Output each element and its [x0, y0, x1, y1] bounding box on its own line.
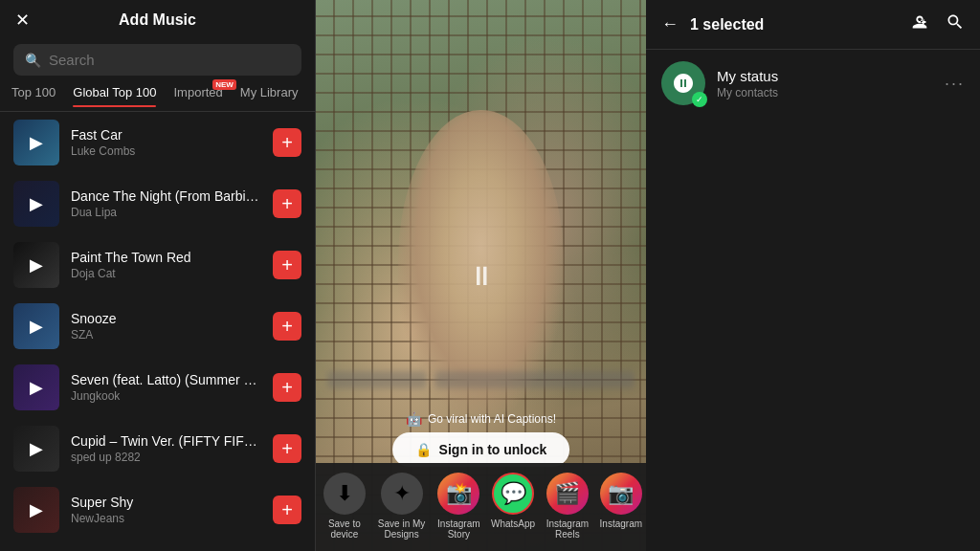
play-icon: ▶: [30, 377, 43, 398]
search-input[interactable]: [49, 52, 290, 68]
song-item-dance-night[interactable]: ▶ Dance The Night (From Barbie The A... …: [0, 173, 315, 234]
share-label-whatsapp: WhatsApp: [491, 518, 535, 529]
blurred-block-2: [434, 371, 635, 388]
header-actions: [909, 11, 965, 37]
ai-caption-text: Go viral with AI Captions!: [428, 412, 556, 426]
share-label-instagram-story: Instagram Story: [434, 518, 483, 540]
share-icon-whatsapp: 💬: [492, 473, 534, 515]
share-bar: ⬇Save to device✦Save in My Designs📸Insta…: [316, 463, 646, 551]
sign-in-label: Sign in to unlock: [439, 442, 547, 457]
song-thumb-paint-town: ▶: [13, 242, 59, 288]
add-song-button-cupid[interactable]: +: [273, 434, 301, 463]
avatar-check: ✓: [692, 92, 707, 107]
song-title: Fast Car: [71, 127, 261, 143]
my-status-item[interactable]: ✓ My status My contacts ···: [646, 50, 980, 117]
song-artist: sped up 8282: [71, 451, 261, 464]
add-song-button-seven[interactable]: +: [273, 373, 301, 402]
song-item-paint-town[interactable]: ▶ Paint The Town Red Doja Cat +: [0, 234, 315, 296]
song-thumb-cupid: ▶: [13, 426, 59, 472]
search-icon: 🔍: [25, 53, 41, 68]
lock-icon: 🔒: [415, 442, 432, 457]
song-info-fast-car: Fast Car Luke Combs: [71, 127, 261, 158]
share-item-instagram-reels[interactable]: 🎬Instagram Reels: [543, 473, 592, 540]
tab-global[interactable]: Global Top 100: [73, 85, 156, 103]
sign-in-button[interactable]: 🔒 Sign in to unlock: [392, 432, 570, 467]
share-label-save-device: Save to device: [320, 518, 369, 540]
play-icon: ▶: [30, 254, 43, 276]
song-artist: SZA: [71, 328, 261, 342]
pause-icon[interactable]: ⏸: [468, 260, 495, 292]
add-song-button-super-shy[interactable]: +: [273, 496, 301, 524]
share-item-whatsapp[interactable]: 💬WhatsApp: [491, 473, 535, 529]
tab-top100[interactable]: Top 100: [11, 85, 56, 103]
song-title: Super Shy: [71, 495, 261, 510]
share-label-instagram-reels: Instagram Reels: [543, 518, 592, 540]
song-thumb-snooze: ▶: [13, 303, 59, 349]
share-icon-instagram-story: 📸: [437, 473, 479, 515]
add-contact-icon[interactable]: [909, 11, 930, 37]
share-item-instagram[interactable]: 📷Instagram: [600, 473, 642, 529]
play-icon: ▶: [30, 316, 43, 337]
song-thumb-super-shy: ▶: [13, 487, 59, 533]
song-title: Snooze: [71, 311, 261, 326]
contact-name: My status: [717, 68, 933, 84]
song-item-cupid[interactable]: ▶ Cupid – Twin Ver. (FIFTY FIFTY) – S...…: [0, 418, 315, 479]
song-title: Paint The Town Red: [71, 250, 261, 265]
share-item-save-device[interactable]: ⬇Save to device: [320, 473, 369, 540]
search-bar: 🔍: [13, 44, 301, 76]
song-artist: Dua Lipa: [71, 206, 261, 219]
back-icon[interactable]: ←: [661, 14, 679, 34]
song-info-super-shy: Super Shy NewJeans: [71, 495, 261, 525]
add-song-button-dance-night[interactable]: +: [273, 189, 301, 218]
play-icon: ▶: [30, 438, 43, 459]
song-artist: Luke Combs: [71, 144, 261, 158]
play-icon: ▶: [30, 193, 43, 214]
share-icon-instagram: 📷: [600, 473, 642, 515]
search-icon-right[interactable]: [946, 12, 965, 36]
my-status-avatar: ✓: [661, 61, 705, 105]
tab-imported[interactable]: ImportedNEW: [173, 85, 222, 103]
tabs: Top 100Global Top 100ImportedNEWMy Libra…: [0, 85, 315, 112]
contact-info: My status My contacts: [717, 68, 933, 99]
share-icon-save-designs: ✦: [381, 473, 423, 515]
add-song-button-paint-town[interactable]: +: [273, 251, 301, 279]
song-item-seven[interactable]: ▶ Seven (feat. Latto) (Summer Mix) Jungk…: [0, 357, 315, 418]
blurred-bar: [316, 362, 646, 398]
song-info-cupid: Cupid – Twin Ver. (FIFTY FIFTY) – S... s…: [71, 433, 261, 464]
ai-icon: 🤖: [406, 411, 422, 427]
contact-menu-icon[interactable]: ···: [945, 74, 965, 94]
close-icon[interactable]: ✕: [15, 10, 30, 31]
play-icon: ▶: [30, 499, 43, 520]
ai-caption-bar: 🤖 Go viral with AI Captions!: [316, 411, 646, 427]
share-item-instagram-story[interactable]: 📸Instagram Story: [434, 473, 483, 540]
share-icon-save-device: ⬇: [323, 473, 366, 515]
song-item-super-shy[interactable]: ▶ Super Shy NewJeans +: [0, 479, 315, 540]
song-title: Dance The Night (From Barbie The A...: [71, 188, 261, 204]
song-item-fast-car[interactable]: ▶ Fast Car Luke Combs +: [0, 112, 315, 173]
share-icon-instagram-reels: 🎬: [546, 473, 589, 515]
add-song-button-fast-car[interactable]: +: [273, 128, 301, 157]
song-info-snooze: Snooze SZA: [71, 311, 261, 342]
share-label-save-designs: Save in My Designs: [377, 518, 427, 540]
song-list: ▶ Fast Car Luke Combs +▶ Dance The Night…: [0, 112, 315, 551]
share-label-instagram: Instagram: [600, 518, 642, 529]
song-artist: NewJeans: [71, 512, 261, 525]
header: ✕ Add Music: [0, 0, 315, 40]
header-title: Add Music: [119, 11, 196, 29]
song-info-seven: Seven (feat. Latto) (Summer Mix) Jungkoo…: [71, 372, 261, 403]
song-item-snooze[interactable]: ▶ Snooze SZA +: [0, 296, 315, 357]
blurred-block-1: [327, 371, 427, 388]
song-artist: Jungkook: [71, 389, 261, 403]
left-panel: ✕ Add Music 🔍 Top 100Global Top 100Impor…: [0, 0, 316, 551]
song-info-paint-town: Paint The Town Red Doja Cat: [71, 250, 261, 280]
contact-sub: My contacts: [717, 86, 933, 99]
add-song-button-snooze[interactable]: +: [273, 312, 301, 341]
share-item-save-designs[interactable]: ✦Save in My Designs: [377, 473, 427, 540]
song-title: Seven (feat. Latto) (Summer Mix): [71, 372, 261, 387]
right-header: ← 1 selected: [646, 0, 980, 50]
selected-count: 1 selected: [690, 16, 898, 33]
song-thumb-seven: ▶: [13, 364, 59, 410]
right-panel: ← 1 selected ✓ My status My contacts: [646, 0, 980, 551]
tab-library[interactable]: My Library: [240, 85, 299, 103]
song-artist: Doja Cat: [71, 267, 261, 280]
